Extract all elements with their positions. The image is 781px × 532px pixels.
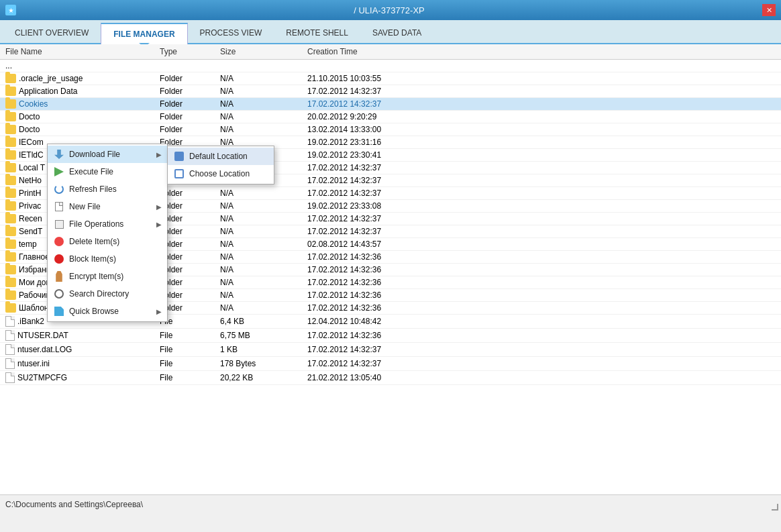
- submenu-arrow-icon: ▶: [156, 203, 162, 211]
- file-type: Folder: [160, 227, 220, 236]
- file-created: 17.02.2012 14:32:37: [307, 345, 776, 354]
- file-size: 1 KB: [220, 345, 307, 354]
- folder-icon: [5, 240, 16, 249]
- file-name-cell: Docto: [5, 125, 160, 134]
- table-row[interactable]: ntuser.dat.LOGFile1 KB17.02.2012 14:32:3…: [0, 343, 781, 357]
- menu-item-refresh-files[interactable]: Refresh Files: [48, 180, 167, 198]
- tab-saved-data[interactable]: SAVED DATA: [360, 23, 433, 43]
- titlebar-title: / ULIA-373772-XP: [16, 5, 762, 15]
- table-row[interactable]: ntuser.iniFile178 Bytes17.02.2012 14:32:…: [0, 357, 781, 371]
- table-row[interactable]: DoctoFolderN/A20.02.2012 9:20:29: [0, 111, 781, 123]
- folder-icon: [5, 176, 16, 185]
- folder-icon: [5, 138, 16, 147]
- file-created: 17.02.2012 14:32:36: [307, 290, 776, 300]
- file-name-cell: ntuser.dat.LOG: [5, 344, 160, 355]
- folder-icon: [5, 201, 16, 211]
- refresh-icon: [53, 183, 65, 195]
- file-name: PrintH: [19, 189, 41, 198]
- file-type: File: [160, 373, 220, 382]
- menu-item-encrypt-item(s)[interactable]: Encrypt Item(s): [48, 268, 167, 285]
- file-size: N/A: [220, 252, 307, 262]
- search-icon: [53, 288, 65, 300]
- file-created: 21.10.2015 10:03:55: [307, 74, 776, 83]
- menu-item-file-operations[interactable]: File Operations▶: [48, 215, 167, 233]
- resize-handle[interactable]: [772, 504, 778, 511]
- file-name: NTUSER.DAT: [17, 331, 68, 340]
- table-row[interactable]: CookiesFolderN/A17.02.2012 14:32:37: [0, 98, 781, 111]
- file-created: 17.02.2012 14:32:37: [307, 359, 776, 368]
- table-row[interactable]: SU2TMPCFGFile20,22 KB21.02.2012 13:05:40: [0, 371, 781, 385]
- file-size: 6,75 MB: [220, 331, 307, 340]
- menu-item-delete-item(s)[interactable]: Delete Item(s): [48, 233, 167, 250]
- table-row[interactable]: Application DataFolderN/A17.02.2012 14:3…: [0, 85, 781, 98]
- chooseloc-icon: [173, 168, 185, 180]
- file-type: Folder: [160, 74, 220, 83]
- folder-icon: [5, 87, 16, 96]
- file-icon: [5, 344, 15, 355]
- menu-item-label: Quick Browse: [69, 307, 119, 316]
- fileops-icon: [53, 218, 65, 230]
- file-size: N/A: [220, 74, 307, 83]
- file-name: NetHo: [19, 176, 42, 185]
- tab-file-manager[interactable]: FILE MANAGER: [101, 23, 187, 44]
- submenu-item-label: Choose Location: [189, 169, 250, 178]
- titlebar: ★ / ULIA-373772-XP ✕: [0, 0, 781, 20]
- menu-item-block-item(s)[interactable]: Block Item(s): [48, 250, 167, 268]
- menu-item-quick-browse[interactable]: Quick Browse▶: [48, 303, 167, 320]
- table-row[interactable]: .oracle_jre_usageFolderN/A21.10.2015 10:…: [0, 72, 781, 85]
- file-created: 17.02.2012 14:32:37: [307, 176, 776, 185]
- menu-item-label: New File: [69, 202, 101, 211]
- folder-icon: [5, 99, 16, 109]
- file-created: 17.02.2012 14:32:37: [307, 99, 776, 109]
- tab-remote-shell[interactable]: REMOTE SHELL: [274, 23, 360, 43]
- file-type: Folder: [160, 240, 220, 249]
- file-type: File: [160, 331, 220, 340]
- menu-item-label: Download File: [69, 150, 120, 159]
- file-name-cell: Cookies: [5, 99, 160, 109]
- file-name-cell: .oracle_jre_usage: [5, 74, 160, 83]
- close-button[interactable]: ✕: [762, 4, 776, 16]
- file-name: Docto: [19, 112, 40, 121]
- tab-process-view[interactable]: PROCESS VIEW: [188, 23, 274, 43]
- file-created: 19.02.2012 23:31:16: [307, 138, 776, 147]
- menu-item-search-directory[interactable]: Search Directory: [48, 285, 167, 303]
- file-created: 17.02.2012 14:32:36: [307, 331, 776, 340]
- file-name-cell: Application Data: [5, 87, 160, 96]
- submenu-item-choose-location[interactable]: Choose Location: [168, 165, 274, 182]
- file-created: 12.04.2012 10:48:42: [307, 317, 776, 326]
- table-row[interactable]: DoctoFolderN/A13.02.2014 13:33:00: [0, 123, 781, 136]
- file-created: 21.02.2012 13:05:40: [307, 373, 776, 382]
- folder-icon: [5, 214, 16, 223]
- tab-client-overview[interactable]: CLIENT OVERVIEW: [3, 23, 101, 43]
- file-size: N/A: [220, 290, 307, 300]
- folder-icon: [5, 163, 16, 172]
- menu-item-new-file[interactable]: New File▶: [48, 198, 167, 215]
- block-icon: [53, 253, 65, 265]
- file-type: Folder: [160, 214, 220, 223]
- file-name: .iBank2: [17, 317, 44, 326]
- menu-item-label: Execute File: [69, 167, 113, 176]
- file-size: N/A: [220, 214, 307, 223]
- folder-icon: [5, 252, 16, 262]
- file-type: Folder: [160, 303, 220, 313]
- menu-item-download-file[interactable]: Download File▶Default LocationChoose Loc…: [48, 146, 167, 163]
- newfile-icon: [53, 201, 65, 213]
- file-name: SU2TMPCFG: [17, 373, 67, 382]
- download-submenu: Default LocationChoose Location: [167, 146, 274, 184]
- folder-icon: [5, 303, 16, 313]
- col-header-size: Size: [220, 47, 307, 56]
- menu-item-execute-file[interactable]: Execute File: [48, 163, 167, 180]
- table-row[interactable]: ...: [0, 60, 781, 72]
- menu-item-label: Block Item(s): [69, 254, 116, 264]
- submenu-item-default-location[interactable]: Default Location: [168, 148, 274, 165]
- col-header-type: Type: [160, 47, 220, 56]
- file-name: Recen: [19, 214, 42, 223]
- table-row[interactable]: NTUSER.DATFile6,75 MB17.02.2012 14:32:36: [0, 329, 781, 343]
- file-name: temp: [19, 240, 37, 249]
- file-name: ntuser.dat.LOG: [17, 345, 72, 354]
- file-name: Privac: [19, 201, 41, 211]
- menu-item-label: Delete Item(s): [69, 237, 119, 246]
- file-size: N/A: [220, 87, 307, 96]
- main-area: File Name Type Size Creation Time ....or…: [0, 44, 781, 513]
- file-size: N/A: [220, 227, 307, 236]
